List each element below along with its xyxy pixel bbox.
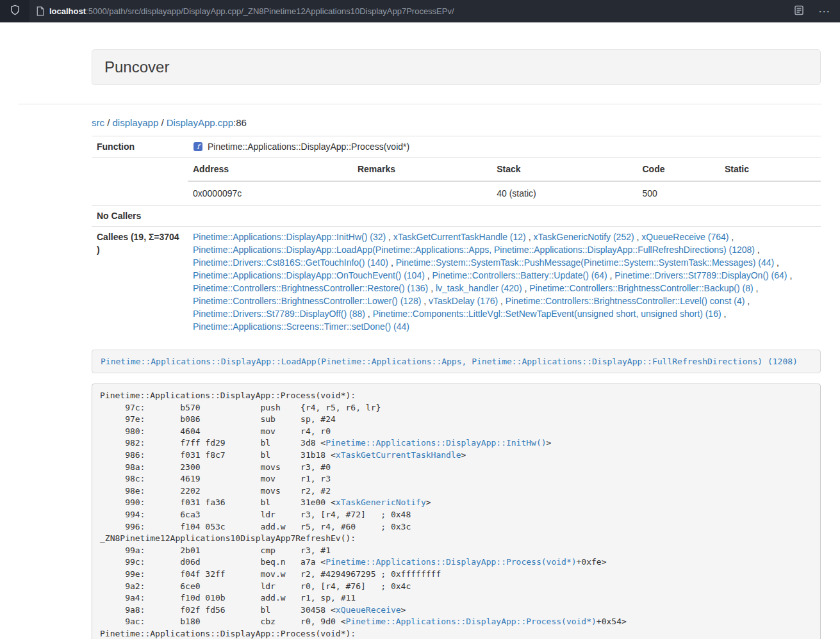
cell-static bbox=[720, 181, 821, 205]
breadcrumb: src / displayapp / DisplayApp.cpp:86 bbox=[92, 117, 821, 128]
breadcrumb-line-number: :86 bbox=[233, 117, 247, 128]
function-detail-row: Address Remarks Stack Code Static 0x0000… bbox=[92, 158, 821, 206]
code-symbol-link[interactable]: Pinetime::Applications::DisplayApp::Init… bbox=[325, 438, 546, 448]
column-header-remarks: Remarks bbox=[352, 158, 491, 181]
callee-link[interactable]: Pinetime::System::SystemTask::PushMessag… bbox=[396, 257, 775, 268]
function-symbol: Pinetime::Applications::DisplayApp::Proc… bbox=[208, 140, 409, 153]
callee-link[interactable]: Pinetime::Applications::DisplayApp::Init… bbox=[193, 232, 386, 242]
column-header-static: Static bbox=[720, 158, 821, 181]
callee-link[interactable]: xTaskGenericNotify (252) bbox=[533, 232, 634, 242]
column-header-code: Code bbox=[637, 158, 719, 181]
function-icon: f bbox=[193, 142, 203, 152]
callee-link[interactable]: lv_task_handler (420) bbox=[436, 283, 522, 293]
symbol-table: Function f Pinetime::Applications::Displ… bbox=[92, 136, 821, 337]
callee-link[interactable]: Pinetime::Controllers::BrightnessControl… bbox=[506, 296, 745, 306]
url-path: :5000/path/src/displayapp/DisplayApp.cpp… bbox=[86, 6, 454, 16]
page-title: Puncover bbox=[104, 58, 808, 76]
function-symbol-cell: f Pinetime::Applications::DisplayApp::Pr… bbox=[188, 136, 821, 158]
disassembly-code: Pinetime::Applications::DisplayApp::Proc… bbox=[92, 384, 821, 639]
callee-link[interactable]: Pinetime::Applications::DisplayApp::OnTo… bbox=[193, 270, 425, 280]
no-callers-label: No Callers bbox=[92, 206, 188, 227]
reader-view-icon[interactable] bbox=[794, 5, 804, 17]
divider bbox=[18, 104, 822, 104]
highlighted-callee-box: Pinetime::Applications::DisplayApp::Load… bbox=[92, 350, 821, 373]
code-symbol-link[interactable]: Pinetime::Applications::DisplayApp::Proc… bbox=[346, 617, 597, 626]
page-body: Puncover src / displayapp / DisplayApp.c… bbox=[0, 49, 840, 639]
shield-icon bbox=[10, 4, 21, 17]
function-detail-table: Address Remarks Stack Code Static 0x0000… bbox=[188, 158, 821, 205]
menu-icon[interactable]: ⋯ bbox=[818, 5, 831, 17]
shield-button[interactable] bbox=[0, 0, 29, 22]
detail-value-row: 0x0000097c 40 (static) 500 bbox=[188, 181, 821, 205]
cell-remarks bbox=[352, 181, 491, 205]
code-symbol-link[interactable]: Pinetime::Applications::DisplayApp::Proc… bbox=[325, 557, 576, 567]
callee-link[interactable]: Pinetime::Applications::DisplayApp::Load… bbox=[193, 245, 755, 255]
breadcrumb-link-file[interactable]: DisplayApp.cpp bbox=[167, 117, 233, 128]
callees-label: Callees (19, Σ=3704 ) bbox=[92, 227, 188, 337]
callee-link[interactable]: Pinetime::Controllers::Battery::Update()… bbox=[432, 270, 607, 280]
browser-chrome: localhost:5000/path/src/displayapp/Displ… bbox=[0, 0, 840, 22]
detail-header-row: Address Remarks Stack Code Static bbox=[188, 158, 821, 181]
cell-code: 500 bbox=[637, 181, 719, 205]
code-symbol-link[interactable]: xTaskGetCurrentTaskHandle bbox=[336, 450, 461, 460]
browser-actions: ⋯ bbox=[794, 5, 840, 17]
code-symbol-link[interactable]: xTaskGenericNotify bbox=[336, 497, 426, 507]
callee-link[interactable]: Pinetime::Components::LittleVgl::SetNewT… bbox=[373, 309, 721, 319]
callee-link[interactable]: Pinetime::Controllers::BrightnessControl… bbox=[193, 296, 421, 306]
callee-link[interactable]: Pinetime::Controllers::BrightnessControl… bbox=[529, 283, 753, 293]
callee-link[interactable]: vTaskDelay (176) bbox=[429, 296, 498, 306]
callee-link[interactable]: Pinetime::Drivers::Cst816S::GetTouchInfo… bbox=[193, 257, 388, 268]
callee-link[interactable]: Pinetime::Drivers::St7789::DisplayOff() … bbox=[193, 309, 365, 319]
callees-list: Pinetime::Applications::DisplayApp::Init… bbox=[188, 227, 821, 337]
app-header: Puncover bbox=[92, 49, 821, 85]
callee-link[interactable]: Pinetime::Controllers::BrightnessControl… bbox=[193, 283, 428, 293]
function-detail-label-spacer bbox=[92, 158, 188, 206]
column-header-stack: Stack bbox=[491, 158, 637, 181]
no-callers-cell bbox=[188, 206, 821, 227]
callee-link[interactable]: xQueueReceive (764) bbox=[641, 232, 729, 242]
breadcrumb-separator: / bbox=[158, 117, 167, 128]
callee-link[interactable]: Pinetime::Drivers::St7789::DisplayOn() (… bbox=[614, 270, 787, 280]
no-callers-row: No Callers bbox=[92, 206, 821, 227]
function-row: Function f Pinetime::Applications::Displ… bbox=[92, 136, 821, 158]
cell-stack: 40 (static) bbox=[491, 181, 637, 205]
function-detail-cell: Address Remarks Stack Code Static 0x0000… bbox=[188, 158, 821, 206]
breadcrumb-link-src[interactable]: src bbox=[92, 117, 104, 128]
function-label: Function bbox=[92, 136, 188, 158]
callees-row: Callees (19, Σ=3704 ) Pinetime::Applicat… bbox=[92, 227, 821, 337]
column-header-address: Address bbox=[188, 158, 352, 181]
url-bar[interactable]: localhost:5000/path/src/displayapp/Displ… bbox=[29, 0, 794, 22]
breadcrumb-link-displayapp[interactable]: displayapp bbox=[113, 117, 159, 128]
callee-link[interactable]: xTaskGetCurrentTaskHandle (12) bbox=[393, 232, 526, 242]
highlighted-callee-link[interactable]: Pinetime::Applications::DisplayApp::Load… bbox=[101, 357, 798, 366]
page-icon bbox=[36, 6, 45, 16]
cell-address: 0x0000097c bbox=[188, 181, 352, 205]
breadcrumb-separator: / bbox=[104, 117, 113, 128]
code-symbol-link[interactable]: xQueueReceive bbox=[336, 605, 401, 615]
url-host: localhost bbox=[49, 6, 86, 16]
callee-link[interactable]: Pinetime::Applications::Screens::Timer::… bbox=[193, 321, 409, 332]
